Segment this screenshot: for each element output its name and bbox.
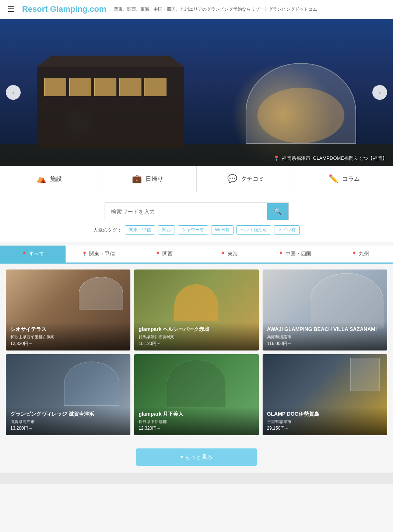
nav-tab-reviews[interactable]: 💬 クチコミ <box>197 166 295 192</box>
region-tab-kansai[interactable]: 📍 関西 <box>131 246 197 263</box>
nav-tab-column[interactable]: ✏️ コラム <box>295 166 393 192</box>
header-description: 関東、関西、東海、中国・四国、九州エリアのグランピング予約ならリゾートグランピン… <box>114 6 386 13</box>
card-5-location: 長野県下伊那郡 <box>138 419 254 424</box>
hero-prev-button[interactable]: ‹ <box>6 85 21 100</box>
nav-tab-facility-label: 施設 <box>50 175 62 183</box>
more-button[interactable]: ▾ もっと見る <box>136 448 257 466</box>
card-2-price: 10,120円～ <box>138 341 254 347</box>
region-tab-kyushu-label: 九州 <box>359 251 369 257</box>
region-tab-kyushu[interactable]: 📍 九州 <box>327 246 393 263</box>
hero-caption: 📍 福岡県福津市 GLAMPDOME福岡ふくつ【福岡】 <box>273 155 387 162</box>
chat-icon: 💬 <box>227 174 237 184</box>
listing-card-4[interactable]: グランピングヴィレッジ 滋賀今津浜 滋賀県高島市 13,200円～ <box>6 354 130 435</box>
region-tab-kanto-label: 関東・甲信 <box>89 251 115 257</box>
card-5-title: glampark 月下美人 <box>138 411 254 418</box>
card-1-location: 和歌山県西牟婁郡白浜町 <box>10 334 126 340</box>
card-grid: シオサイテラス 和歌山県西牟婁郡白浜町 12,320円～ glampark ヘル… <box>6 269 387 435</box>
pin-kansai-icon: 📍 <box>155 251 161 257</box>
region-tab-kanto[interactable]: 📍 関東・甲信 <box>66 246 131 263</box>
card-6-location: 三重県志摩市 <box>267 419 383 424</box>
tag-toilet[interactable]: トイレ有 <box>274 225 300 235</box>
listing-card-2[interactable]: glampark ヘルシーパーク赤城 群馬県渋川市赤城町 10,120円～ <box>134 269 259 350</box>
card-1-price: 12,320円～ <box>10 341 126 347</box>
region-tab-tokai[interactable]: 📍 東海 <box>196 246 262 263</box>
card-2-title: glampark ヘルシーパーク赤城 <box>138 326 254 333</box>
card-3-price: 116,000円～ <box>267 341 383 347</box>
popular-tags: 人気のタグ： 関東・甲信 関西 シャワー有 Wi-Fi有 ペット宿泊可 トイレ有 <box>93 225 300 235</box>
card-1-title: シオサイテラス <box>10 326 126 333</box>
hero-caption-name: GLAMPDOME福岡ふくつ【福岡】 <box>313 155 387 162</box>
pin-chugoku-icon: 📍 <box>278 251 284 257</box>
region-tab-all-label: すべて <box>29 251 44 257</box>
card-1-overlay: シオサイテラス 和歌山県西牟婁郡白浜町 12,320円～ <box>6 322 130 350</box>
card-2-location: 群馬県渋川市赤城町 <box>138 334 254 340</box>
pin-tokai-icon: 📍 <box>220 251 226 257</box>
hero-next-button[interactable]: › <box>372 85 387 100</box>
nav-tab-reviews-label: クチコミ <box>241 175 264 183</box>
search-section: 🔍 人気のタグ： 関東・甲信 関西 シャワー有 Wi-Fi有 ペット宿泊可 トイ… <box>0 192 393 242</box>
pin-kyushu-icon: 📍 <box>351 251 357 257</box>
pin-icon: 📍 <box>273 155 280 161</box>
card-5-price: 12,320円～ <box>138 425 254 431</box>
card-3-overlay: AWAJI GLAMPING BEACH VILLA SAZANAMI 兵庫県淡… <box>263 322 387 350</box>
card-6-price: 29,150円～ <box>267 425 383 431</box>
logo[interactable]: Resort Glamping.com <box>22 4 106 14</box>
tag-wifi[interactable]: Wi-Fi有 <box>211 225 234 235</box>
card-4-location: 滋賀県高島市 <box>10 419 126 424</box>
search-input[interactable] <box>105 203 267 220</box>
listing-card-3[interactable]: AWAJI GLAMPING BEACH VILLA SAZANAMI 兵庫県淡… <box>263 269 387 350</box>
card-6-title: GLAMP DOG伊勢賀島 <box>267 411 383 418</box>
search-bar: 🔍 <box>105 202 289 220</box>
logo-accent: Glamping.com <box>50 4 106 14</box>
card-4-overlay: グランピングヴィレッジ 滋賀今津浜 滋賀県高島市 13,200円～ <box>6 407 130 435</box>
card-3-title: AWAJI GLAMPING BEACH VILLA SAZANAMI <box>267 326 383 333</box>
listing-card-1[interactable]: シオサイテラス 和歌山県西牟婁郡白浜町 12,320円～ <box>6 269 130 350</box>
region-tab-tokai-label: 東海 <box>228 251 238 257</box>
card-6-overlay: GLAMP DOG伊勢賀島 三重県志摩市 29,150円～ <box>263 407 387 435</box>
card-2-overlay: glampark ヘルシーパーク赤城 群馬県渋川市赤城町 10,120円～ <box>134 322 259 350</box>
region-tab-chugoku-label: 中国・四国 <box>285 251 311 257</box>
logo-text: Resort <box>22 4 50 14</box>
bag-icon: 💼 <box>132 174 142 184</box>
nav-tab-column-label: コラム <box>342 175 360 183</box>
more-button-section: ▾ もっと見る <box>0 441 393 473</box>
pencil-icon: ✏️ <box>329 174 338 184</box>
nav-tab-facility[interactable]: ⛺ 施設 <box>0 166 98 192</box>
card-4-price: 13,200円～ <box>10 425 126 431</box>
pin-all-icon: 📍 <box>21 251 27 257</box>
header: ☰ Resort Glamping.com 関東、関西、東海、中国・四国、九州エ… <box>0 0 393 19</box>
tag-pet[interactable]: ペット宿泊可 <box>236 225 271 235</box>
popular-tags-label: 人気のタグ： <box>93 227 122 233</box>
region-tab-all[interactable]: 📍 すべて <box>0 246 66 263</box>
region-tabs: 📍 すべて 📍 関東・甲信 📍 関西 📍 東海 📍 中国・四国 📍 九州 <box>0 246 393 264</box>
tag-kanto-koshin[interactable]: 関東・甲信 <box>125 225 155 235</box>
hero-caption-location: 福岡県福津市 <box>282 155 310 162</box>
listing-card-5[interactable]: glampark 月下美人 長野県下伊那郡 12,320円～ <box>134 354 259 435</box>
nav-tab-daytrip[interactable]: 💼 日帰り <box>98 166 197 192</box>
pin-kanto-icon: 📍 <box>82 251 87 257</box>
tag-kansai[interactable]: 関西 <box>158 225 175 235</box>
card-grid-section: シオサイテラス 和歌山県西牟婁郡白浜町 12,320円～ glampark ヘル… <box>0 264 393 441</box>
hero-banner: ‹ › 📍 福岡県福津市 GLAMPDOME福岡ふくつ【福岡】 <box>0 19 393 166</box>
card-3-location: 兵庫県淡路市 <box>267 334 383 340</box>
search-button[interactable]: 🔍 <box>267 203 288 220</box>
tag-shower[interactable]: シャワー有 <box>178 225 208 235</box>
card-5-overlay: glampark 月下美人 長野県下伊那郡 12,320円～ <box>134 407 259 435</box>
hamburger-menu[interactable]: ☰ <box>7 4 15 14</box>
tent-icon: ⛺ <box>36 174 46 184</box>
region-tab-kansai-label: 関西 <box>162 251 173 257</box>
footer <box>0 473 393 484</box>
region-tab-chugoku[interactable]: 📍 中国・四国 <box>262 246 327 263</box>
nav-tab-daytrip-label: 日帰り <box>145 175 163 183</box>
listing-card-6[interactable]: GLAMP DOG伊勢賀島 三重県志摩市 29,150円～ <box>263 354 387 435</box>
card-4-title: グランピングヴィレッジ 滋賀今津浜 <box>10 411 126 418</box>
main-nav: ⛺ 施設 💼 日帰り 💬 クチコミ ✏️ コラム <box>0 166 393 192</box>
